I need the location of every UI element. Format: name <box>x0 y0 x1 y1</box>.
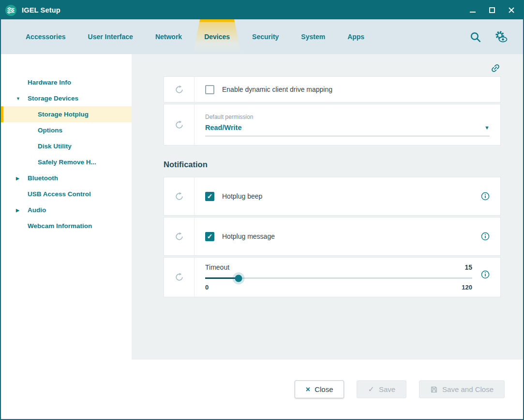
sidebar-item-options[interactable]: Options <box>1 122 132 138</box>
timeout-slider-fill <box>205 277 239 279</box>
hotplug-beep-label: Hotplug beep <box>222 192 262 200</box>
sidebar-item-disk-utility[interactable]: Disk Utility <box>1 138 132 154</box>
save-button-label: Save <box>379 385 395 393</box>
tab-network[interactable]: Network <box>144 19 193 54</box>
setting-row-timeout: Timeout 15 0 120 <box>164 257 501 297</box>
close-window-button[interactable] <box>508 6 515 14</box>
igel-logo-icon <box>5 4 17 16</box>
sidebar-item-label: Storage Hotplug <box>38 111 89 118</box>
timeout-label: Timeout <box>205 263 229 271</box>
tab-system[interactable]: System <box>290 19 336 54</box>
tab-user-interface[interactable]: User Interface <box>77 19 144 54</box>
sidebar-item-label: Options <box>38 127 62 134</box>
maximize-button[interactable] <box>488 6 496 14</box>
window-title: IGEL Setup <box>22 6 60 14</box>
setting-row-hotplug-message: Hotplug message <box>164 217 501 256</box>
timeout-min: 0 <box>205 284 209 291</box>
setting-row-drive-mapping: Enable dynamic client drive mapping <box>164 76 501 102</box>
tab-label: Accessories <box>26 33 66 41</box>
sidebar-item-label: Safely Remove H... <box>38 159 96 166</box>
sidebar-item-storage-hotplug[interactable]: Storage Hotplug <box>1 106 132 122</box>
sidebar-item-label: USB Access Control <box>28 190 91 198</box>
tab-label: Devices <box>204 33 230 41</box>
content-area: Hardware Info Storage Devices Storage Ho… <box>1 54 523 360</box>
gear-eye-icon[interactable] <box>494 30 508 43</box>
sidebar-item-audio[interactable]: Audio <box>1 202 132 218</box>
check-icon: ✓ <box>368 386 374 393</box>
sidebar-item-label: Webcam Information <box>28 222 92 230</box>
save-and-close-button-label: Save and Close <box>442 385 494 393</box>
collapsed-arrow-icon[interactable] <box>16 176 19 181</box>
timeout-slider[interactable] <box>205 274 472 282</box>
search-icon[interactable] <box>469 31 481 43</box>
hotplug-message-label: Hotplug message <box>222 232 275 240</box>
reset-parameter-icon[interactable] <box>164 177 195 215</box>
notification-section-title: Notification <box>164 160 501 169</box>
chevron-down-icon: ▼ <box>484 125 490 130</box>
close-x-icon: × <box>306 386 310 393</box>
setting-row-hotplug-beep: Hotplug beep <box>164 177 501 216</box>
tab-security[interactable]: Security <box>241 19 290 54</box>
timeout-slider-thumb[interactable] <box>235 275 242 282</box>
drive-mapping-checkbox[interactable] <box>205 85 214 94</box>
expanded-arrow-icon[interactable] <box>16 96 20 101</box>
tab-devices[interactable]: Devices <box>193 19 241 54</box>
sidebar-item-label: Bluetooth <box>28 174 58 182</box>
sidebar-item-storage-devices[interactable]: Storage Devices <box>1 90 132 106</box>
hotplug-beep-checkbox[interactable] <box>205 192 214 201</box>
info-icon[interactable] <box>481 192 490 201</box>
footer-button-bar: × Close ✓ Save Save and Close <box>1 360 523 419</box>
default-permission-select[interactable]: Read/Write ▼ <box>205 124 490 136</box>
reset-parameter-icon[interactable] <box>164 77 195 102</box>
minimize-button[interactable] <box>469 6 477 14</box>
tab-label: Apps <box>347 33 364 41</box>
timeout-slider-track[interactable] <box>205 277 472 279</box>
reset-parameter-icon[interactable] <box>164 258 195 297</box>
sidebar-item-label: Hardware Info <box>28 79 71 86</box>
sidebar-item-webcam-information[interactable]: Webcam Information <box>1 218 132 234</box>
link-icon[interactable] <box>488 60 503 75</box>
tab-label: System <box>301 33 325 41</box>
titlebar: IGEL Setup <box>1 1 523 19</box>
save-and-close-button[interactable]: Save and Close <box>419 380 505 398</box>
default-permission-value: Read/Write <box>205 124 241 131</box>
info-icon[interactable] <box>481 270 490 279</box>
reset-parameter-icon[interactable] <box>164 217 195 255</box>
sidebar-item-label: Disk Utility <box>38 143 72 150</box>
settings-panel: Enable dynamic client drive mapping Defa… <box>132 54 523 360</box>
default-permission-label: Default permission <box>205 114 490 120</box>
tab-accessories[interactable]: Accessories <box>15 19 77 54</box>
tab-apps[interactable]: Apps <box>336 19 375 54</box>
sidebar-item-label: Audio <box>28 206 46 214</box>
close-button[interactable]: × Close <box>295 380 344 398</box>
close-button-label: Close <box>314 385 333 393</box>
info-icon[interactable] <box>481 232 490 241</box>
setting-row-default-permission: Default permission Read/Write ▼ <box>164 104 501 145</box>
floppy-icon <box>430 386 438 393</box>
window-controls <box>469 6 515 14</box>
sidebar: Hardware Info Storage Devices Storage Ho… <box>1 54 132 360</box>
sidebar-item-label: Storage Devices <box>28 95 78 102</box>
sidebar-item-usb-access-control[interactable]: USB Access Control <box>1 186 132 202</box>
tab-label: Security <box>252 33 279 41</box>
drive-mapping-label: Enable dynamic client drive mapping <box>222 86 332 93</box>
reset-parameter-icon[interactable] <box>164 104 195 145</box>
hotplug-message-checkbox[interactable] <box>205 232 214 241</box>
save-button[interactable]: ✓ Save <box>357 380 406 398</box>
timeout-value: 15 <box>464 263 472 271</box>
timeout-max: 120 <box>462 284 472 291</box>
sidebar-item-bluetooth[interactable]: Bluetooth <box>1 170 132 186</box>
sidebar-item-safely-remove[interactable]: Safely Remove H... <box>1 154 132 170</box>
tab-label: User Interface <box>88 33 133 41</box>
igel-setup-window: IGEL Setup Accessories User Interface Ne… <box>0 0 524 420</box>
tab-label: Network <box>155 33 182 41</box>
collapsed-arrow-icon[interactable] <box>16 208 19 213</box>
sidebar-item-hardware-info[interactable]: Hardware Info <box>1 74 132 90</box>
main-tab-bar: Accessories User Interface Network Devic… <box>1 19 523 54</box>
